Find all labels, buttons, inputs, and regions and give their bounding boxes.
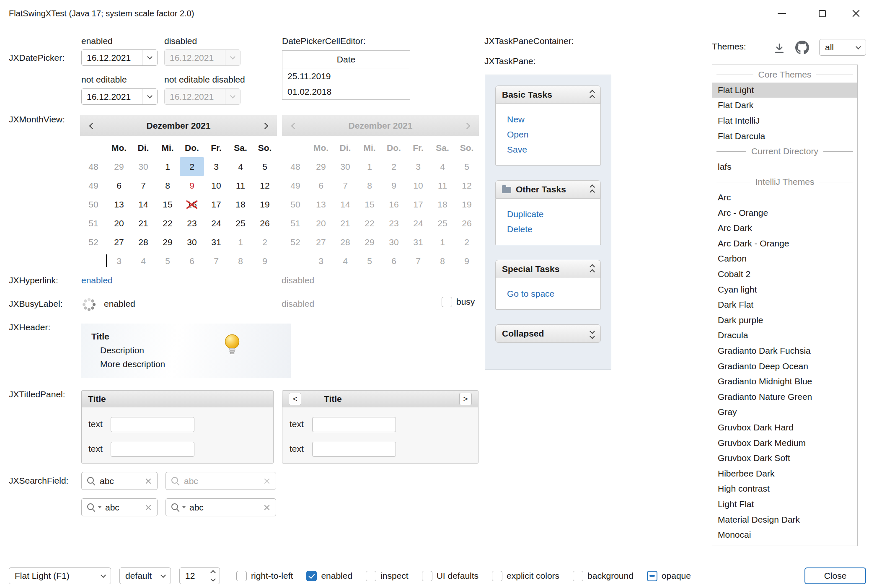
taskpane-header[interactable]: Collapsed xyxy=(495,324,601,343)
monthview-day-cell[interactable]: 4 xyxy=(228,157,253,176)
theme-list-item[interactable]: Gruvbox Dark Soft xyxy=(712,451,857,466)
checkbox-inspect[interactable]: inspect xyxy=(366,567,409,584)
theme-list-item[interactable]: lafs xyxy=(712,159,857,175)
themes-filter-combobox[interactable]: all xyxy=(819,39,866,56)
task-link[interactable]: Delete xyxy=(507,222,600,237)
monthview-day-cell[interactable]: 29 xyxy=(107,157,131,176)
task-link[interactable]: Go to space xyxy=(507,286,600,301)
datepicker-dropdown-button[interactable] xyxy=(142,89,157,104)
text-field[interactable] xyxy=(111,417,194,432)
hyperlink-enabled[interactable]: enabled xyxy=(81,275,113,285)
checkbox-enabled[interactable]: enabled xyxy=(306,567,352,584)
theme-list-item[interactable]: Carbon xyxy=(712,251,857,267)
font-combobox[interactable]: default xyxy=(119,567,171,584)
monthview-day-cell[interactable]: 31 xyxy=(204,233,228,251)
theme-list-item[interactable]: Gray xyxy=(712,404,857,420)
searchfield-with-menu-wide[interactable]: abc xyxy=(166,498,276,516)
text-field[interactable] xyxy=(312,442,396,457)
table-row[interactable]: 25.11.2019 xyxy=(282,68,410,84)
monthview-day-cell[interactable]: 21 xyxy=(131,214,155,233)
theme-list-item[interactable]: Monocai xyxy=(712,527,857,543)
themes-list[interactable]: Core ThemesFlat LightFlat DarkFlat Intel… xyxy=(712,65,858,546)
laf-combobox[interactable]: Flat Light (F1) xyxy=(9,567,111,584)
monthview-day-cell[interactable]: 10 xyxy=(204,176,228,195)
theme-list-item[interactable]: Flat Dark xyxy=(712,98,857,113)
theme-list-item[interactable]: Gruvbox Dark Medium xyxy=(712,435,857,451)
monthview-day-cell[interactable]: 7 xyxy=(131,176,155,195)
theme-list-item[interactable]: Hiberbee Dark xyxy=(712,466,857,481)
theme-list-item[interactable]: Arc xyxy=(712,190,857,205)
monthview-day-cell[interactable]: 8 xyxy=(155,176,180,195)
monthview-day-cell[interactable]: 3 xyxy=(107,251,131,270)
checkbox-box[interactable] xyxy=(306,571,317,581)
text-field[interactable] xyxy=(312,417,396,432)
monthview-day-cell[interactable]: 5 xyxy=(155,251,180,270)
monthview-day-cell[interactable]: 29 xyxy=(155,233,180,251)
theme-list-item[interactable]: Arc Dark - Orange xyxy=(712,236,857,251)
window-close-button[interactable] xyxy=(843,0,869,27)
monthview-day-cell[interactable]: 19 xyxy=(253,195,277,214)
monthview-day-cell[interactable]: 27 xyxy=(107,233,131,251)
checkbox-right-to-left[interactable]: right-to-left xyxy=(236,567,293,584)
monthview-day-cell[interactable]: 18 xyxy=(228,195,253,214)
theme-list-item[interactable]: Dracula xyxy=(712,328,857,343)
monthview-day-cell[interactable]: 9 xyxy=(180,176,204,195)
monthview-day-cell[interactable]: 5 xyxy=(253,157,277,176)
monthview-day-cell[interactable]: 20 xyxy=(107,214,131,233)
taskpane-header[interactable]: Special Tasks xyxy=(495,260,601,278)
checkbox-box[interactable] xyxy=(366,571,376,581)
text-field[interactable] xyxy=(111,442,194,457)
monthview-day-cell[interactable]: 22 xyxy=(155,214,180,233)
table-row[interactable]: 01.02.2018 xyxy=(282,84,410,99)
theme-list-item[interactable]: Light Flat xyxy=(712,497,857,512)
monthview-day-cell[interactable]: 30 xyxy=(180,233,204,251)
close-button[interactable]: Close xyxy=(804,567,866,584)
minimize-button[interactable] xyxy=(769,0,795,27)
monthview-day-cell[interactable]: 26 xyxy=(253,214,277,233)
checkbox-explicit-colors[interactable]: explicit colors xyxy=(492,567,559,584)
monthview-day-cell[interactable]: 30 xyxy=(131,157,155,176)
theme-list-item[interactable]: Gradianto Nature Green xyxy=(712,389,857,404)
datepicker-dropdown-button[interactable] xyxy=(142,50,157,65)
monthview-day-cell[interactable]: 25 xyxy=(228,214,253,233)
download-icon[interactable] xyxy=(773,42,786,54)
spinner-up-button[interactable] xyxy=(206,568,220,576)
theme-list-item[interactable]: Cyan light xyxy=(712,282,857,297)
monthview-day-cell[interactable]: 4 xyxy=(131,251,155,270)
theme-list-item[interactable]: Flat Darcula xyxy=(712,128,857,144)
monthview-day-cell[interactable]: 12 xyxy=(253,176,277,195)
monthview-day-cell[interactable]: 6 xyxy=(107,176,131,195)
monthview-day-cell[interactable]: 7 xyxy=(204,251,228,270)
theme-list-item[interactable]: Arc - Orange xyxy=(712,205,857,220)
monthview-day-cell[interactable]: 8 xyxy=(228,251,253,270)
theme-list-item[interactable]: Gradianto Deep Ocean xyxy=(712,358,857,374)
clear-icon[interactable] xyxy=(145,477,152,485)
monthview-day-cell[interactable]: 1 xyxy=(228,233,253,251)
monthview-day-cell[interactable]: 2 xyxy=(253,233,277,251)
theme-list-item[interactable]: Arc Dark xyxy=(712,220,857,236)
titled-panel-left-button[interactable]: < xyxy=(289,393,301,405)
datepicker-enabled[interactable]: 16.12.2021 xyxy=(81,49,158,66)
checkbox-ui-defaults[interactable]: UI defaults xyxy=(422,567,478,584)
clear-icon[interactable] xyxy=(263,504,271,511)
checkbox-box[interactable] xyxy=(422,571,432,581)
theme-list-item[interactable]: High contrast xyxy=(712,481,857,497)
monthview-enabled[interactable]: Dezember 2021Mo.Di.Mi.Do.Fr.Sa.So.482930… xyxy=(80,115,277,270)
monthview-day-cell[interactable]: 9 xyxy=(253,251,277,270)
monthview-next-button[interactable] xyxy=(253,115,277,136)
theme-list-item[interactable]: Cobalt 2 xyxy=(712,267,857,282)
theme-list-item[interactable]: Gruvbox Dark Hard xyxy=(712,420,857,435)
monthview-day-cell[interactable]: 14 xyxy=(131,195,155,214)
task-link[interactable]: Duplicate xyxy=(507,207,600,222)
task-link[interactable]: Open xyxy=(507,127,600,142)
datepicker-not-editable[interactable]: 16.12.2021 xyxy=(81,88,158,105)
busy-checkbox[interactable]: busy xyxy=(442,293,475,310)
monthview-day-cell[interactable]: 1 xyxy=(155,157,180,176)
checkbox-box[interactable] xyxy=(442,297,452,307)
monthview-day-cell[interactable]: 23 xyxy=(180,214,204,233)
monthview-day-cell[interactable]: 3 xyxy=(204,157,228,176)
checkbox-background[interactable]: background xyxy=(573,567,634,584)
titled-panel-right-button[interactable]: > xyxy=(459,393,472,405)
maximize-button[interactable] xyxy=(809,0,835,27)
checkbox-box[interactable] xyxy=(492,571,502,581)
